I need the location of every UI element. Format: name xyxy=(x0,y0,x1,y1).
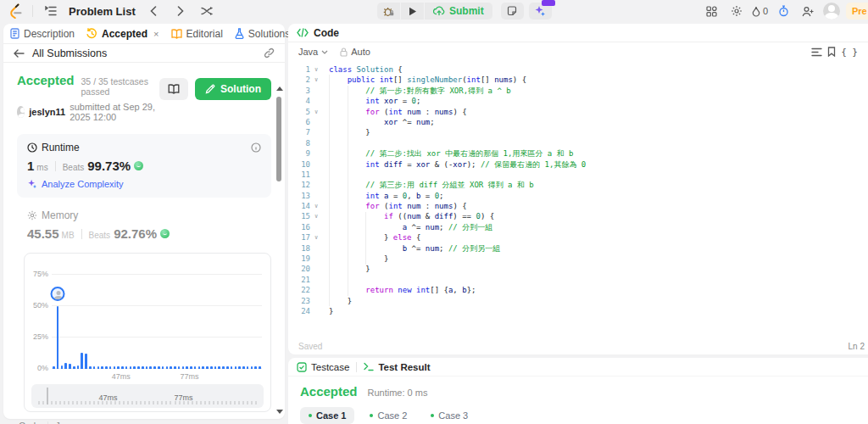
code-line[interactable]: 23 } xyxy=(288,296,868,306)
code-line[interactable]: 5∨ for (int num : nums) { xyxy=(288,107,868,117)
submission-code-footer: Code Java xyxy=(17,421,271,424)
braces-icon[interactable]: { } xyxy=(841,47,858,58)
code-line[interactable]: 17∨ } else { xyxy=(288,232,868,243)
fold-toggle-icon[interactable]: ∨ xyxy=(310,232,322,243)
code-line[interactable]: 22 return new int[] {a, b}; xyxy=(288,285,868,295)
scroll-down-arrow[interactable] xyxy=(276,410,283,414)
fold-gutter xyxy=(310,254,322,264)
fold-gutter xyxy=(310,170,322,180)
copy-link-icon[interactable] xyxy=(261,45,276,62)
submissions-subheader: All Submissions xyxy=(3,44,285,63)
editor-statusbar: Saved Ln 2 xyxy=(298,342,865,351)
prev-problem-button[interactable] xyxy=(144,3,163,20)
y-tick-25: 25% xyxy=(30,332,48,341)
code-line[interactable]: 15∨ if ((num & diff) == 0) { xyxy=(288,211,868,221)
code-line[interactable]: 2∨ public int[] singleNumber(int[] nums)… xyxy=(288,75,868,85)
code-line[interactable]: 12 // 第三步:用 diff 分組並 XOR 得到 a 和 b xyxy=(288,180,868,190)
fold-gutter xyxy=(310,275,322,285)
debug-button[interactable] xyxy=(377,3,400,20)
runtime-beats-value: 99.73% xyxy=(87,159,131,173)
fold-gutter xyxy=(310,306,322,316)
y-tick-75: 75% xyxy=(30,270,48,278)
format-code-icon[interactable] xyxy=(811,47,822,57)
notes-button[interactable] xyxy=(501,3,524,20)
daily-streak[interactable]: 0 xyxy=(752,6,768,17)
view-notes-button[interactable] xyxy=(159,78,188,100)
code-line[interactable]: 4 int xor = 0; xyxy=(288,96,868,106)
submit-button[interactable]: Submit xyxy=(425,3,492,20)
code-line[interactable]: 18 b ^= num; // 分到另一組 xyxy=(288,243,868,254)
next-problem-button[interactable] xyxy=(171,3,190,20)
tab-editorial[interactable]: Editorial xyxy=(171,28,223,40)
back-arrow-icon[interactable] xyxy=(12,45,25,62)
code-line[interactable]: 19 } xyxy=(288,254,868,264)
bookmark-icon[interactable] xyxy=(827,47,836,57)
all-submissions-label[interactable]: All Submissions xyxy=(32,47,107,59)
analyze-complexity-link[interactable]: Analyze Complexity xyxy=(27,179,261,189)
user-avatar[interactable] xyxy=(823,3,840,20)
problem-list-icon[interactable] xyxy=(42,3,60,20)
case-1-tab[interactable]: Case 1 xyxy=(300,407,354,424)
code-line[interactable]: 21 xyxy=(288,275,868,285)
run-submit-group: Submit xyxy=(377,3,552,20)
fold-toggle-icon[interactable]: ∨ xyxy=(310,107,322,117)
submission-panel: Description Accepted × Editorial xyxy=(3,24,285,419)
lock-icon xyxy=(340,47,348,57)
test-result-panel: Testcase Test Result Accepted Runtime: 0… xyxy=(288,358,868,424)
ai-assistant-button[interactable] xyxy=(529,3,552,20)
submitter-name[interactable]: jeslyn11 xyxy=(29,107,65,117)
post-solution-button[interactable]: Solution xyxy=(195,78,271,100)
code-line[interactable]: 14∨ for (int num : nums) { xyxy=(288,201,868,211)
close-tab-icon[interactable]: × xyxy=(153,29,159,39)
layout-grid-icon[interactable] xyxy=(703,3,721,20)
code-line[interactable]: 16 a ^= num; // 分到一組 xyxy=(288,222,868,232)
case-3-tab[interactable]: Case 3 xyxy=(422,407,476,424)
code-line[interactable]: 20 } xyxy=(288,264,868,274)
code-line[interactable]: 1∨class Solution { xyxy=(288,64,868,75)
left-panel-tabs: Description Accepted × Editorial xyxy=(3,24,285,44)
tab-testcase[interactable]: Testcase xyxy=(297,362,349,372)
invite-user-icon[interactable] xyxy=(798,3,817,20)
cursor-position: Ln 2 xyxy=(849,342,865,351)
chart-range-brush[interactable]: 47ms 77ms xyxy=(31,384,264,408)
fold-gutter xyxy=(310,117,322,127)
leetcode-window: Problem List xyxy=(0,0,868,424)
code-line[interactable]: 9 // 第二步:找出 xor 中最右邊的那個 1,用來區分 a 和 b xyxy=(288,148,868,159)
auto-save-toggle[interactable]: Auto xyxy=(340,47,370,57)
code-line[interactable]: 8 xyxy=(288,138,868,148)
fold-toggle-icon[interactable]: ∨ xyxy=(310,64,322,75)
code-line[interactable]: 3 // 第一步:對所有數字 XOR,得到 a ^ b xyxy=(288,86,868,96)
code-line[interactable]: 24} xyxy=(288,306,868,316)
language-selector[interactable]: Java xyxy=(298,47,328,57)
code-line[interactable]: 13 int a = 0, b = 0; xyxy=(288,191,868,201)
code-line[interactable]: 7 } xyxy=(288,127,868,137)
runtime-title: Runtime xyxy=(42,142,80,153)
runtime-card[interactable]: Runtime 1 ms Beats 99.73% xyxy=(17,134,271,198)
tab-accepted[interactable]: Accepted × xyxy=(86,28,159,40)
code-line[interactable]: 11 xyxy=(288,170,868,180)
settings-gear-icon[interactable] xyxy=(727,3,746,20)
case-2-tab[interactable]: Case 2 xyxy=(361,407,415,424)
scrollbar-thumb[interactable] xyxy=(276,97,281,181)
code-editor[interactable]: 1∨class Solution {2∨ public int[] single… xyxy=(288,61,868,316)
code-line[interactable]: 10 int diff = xor & (-xor); // 保留最右邊的 1,… xyxy=(288,159,868,170)
tab-solutions[interactable]: Solutions xyxy=(235,28,290,40)
fold-gutter xyxy=(310,180,322,190)
leetcode-logo[interactable] xyxy=(7,3,24,20)
run-button[interactable] xyxy=(401,3,424,20)
tab-description[interactable]: Description xyxy=(10,28,75,40)
premium-button[interactable]: Pre xyxy=(846,3,868,20)
scroll-up-arrow[interactable] xyxy=(276,86,283,91)
left-panel-scrollbar[interactable] xyxy=(275,63,283,416)
fold-toggle-icon[interactable]: ∨ xyxy=(310,201,322,211)
info-icon[interactable] xyxy=(251,142,261,153)
code-line[interactable]: 6 xor ^= num; xyxy=(288,117,868,127)
shuffle-icon[interactable] xyxy=(198,3,217,20)
problem-list-label[interactable]: Problem List xyxy=(69,5,136,18)
y-tick-0: 0% xyxy=(30,364,48,372)
tab-test-result[interactable]: Test Result xyxy=(364,362,430,372)
fold-toggle-icon[interactable]: ∨ xyxy=(310,211,322,221)
memory-card[interactable]: Memory 45.55 MB Beats 92.76% xyxy=(17,209,271,241)
timer-icon[interactable] xyxy=(774,3,793,20)
fold-toggle-icon[interactable]: ∨ xyxy=(310,75,322,85)
